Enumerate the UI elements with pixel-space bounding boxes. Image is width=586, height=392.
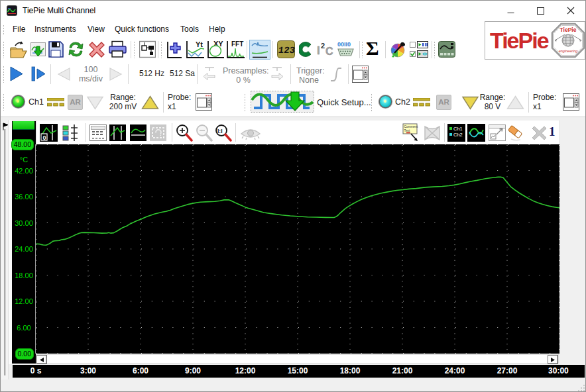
ch2-range-down-button[interactable] (461, 96, 479, 110)
time-axis[interactable]: 0 s3:006:009:0012:0015:0018:0021:0024:00… (13, 365, 585, 378)
visibility-eye-icon[interactable] (240, 126, 261, 140)
value-table-icon[interactable] (89, 124, 107, 141)
axis-offset-handle[interactable] (13, 121, 34, 130)
ch2-coupling-icon[interactable] (413, 98, 430, 107)
menu-item-instruments[interactable]: Instruments (34, 21, 76, 38)
zoom-reset-icon[interactable]: I:I (214, 124, 232, 142)
presamples-increase-button[interactable] (270, 66, 284, 83)
horizontal-marker-icon[interactable] (130, 124, 146, 141)
graph-panel: 48.00°C42.0036.0030.0024.0018.0012.006.0… (1, 117, 585, 391)
color-picker-icon[interactable] (390, 41, 406, 58)
quick-setup-label[interactable]: Quick Setup... (317, 97, 371, 107)
x-axis-tick-label: 3:00 (80, 366, 96, 375)
zoom-out-icon[interactable] (195, 124, 213, 142)
marker-gutter-groove (4, 129, 6, 375)
separator (85, 123, 86, 142)
ch2-led[interactable] (378, 94, 393, 109)
y-axis-tick-label: 12.00 (12, 297, 36, 305)
meter-123-icon[interactable]: 123 (277, 40, 295, 58)
timebase-value: 100 (74, 65, 108, 74)
menu-item-quick-functions[interactable]: Quick functions (115, 21, 169, 38)
ch2-range-up-button[interactable] (506, 95, 524, 110)
ch1-settings-button[interactable] (196, 93, 212, 111)
save-icon[interactable] (48, 40, 64, 58)
add-graph-icon[interactable] (166, 40, 182, 59)
presamples-decrease-button[interactable] (202, 66, 217, 83)
value-axis[interactable]: 48.00°C42.0036.0030.0024.0018.0012.006.0… (12, 121, 36, 364)
load-setting-icon[interactable] (30, 42, 46, 58)
close-button[interactable] (556, 1, 585, 21)
menu-item-help[interactable]: Help (209, 21, 225, 38)
ch1-label: Ch1 (29, 97, 44, 107)
graph-xy-icon[interactable]: XY (207, 40, 225, 59)
meter-icon-text: 123 (278, 45, 295, 56)
main-toolbar: Yt XY FFT 123 I (1, 38, 485, 61)
scroll-right-button[interactable] (548, 355, 558, 364)
serial-icon-text: 00II0 (337, 41, 351, 48)
marker-flag-icon[interactable] (2, 122, 9, 130)
minimize-button[interactable] (496, 1, 526, 21)
ch1-led[interactable] (11, 94, 26, 109)
ch1-range-up-button[interactable] (141, 95, 159, 110)
maximize-icon (537, 7, 544, 15)
envelope-icon[interactable] (424, 125, 441, 141)
legend-ch1-text: Ch1 (453, 126, 463, 132)
refresh-icon[interactable] (66, 40, 86, 58)
zoom-selection-icon[interactable] (150, 124, 166, 141)
object-tree-icon[interactable] (139, 40, 156, 58)
plot-area[interactable] (35, 144, 559, 354)
marker-gutter[interactable] (1, 120, 9, 379)
toolbar-gripper (3, 41, 5, 58)
i2c-icon[interactable]: I 2 C (317, 40, 335, 58)
legend-ch2-text: Ch2 (453, 132, 463, 138)
separator (385, 41, 386, 58)
graph-yt-icon[interactable]: Yt (186, 40, 205, 59)
export-window-icon[interactable] (489, 124, 506, 141)
menu-bar: FileInstrumentsViewQuick functionsToolsH… (1, 21, 485, 38)
sigma-icon[interactable]: Σ (366, 37, 379, 60)
legend-icon[interactable]: Ch1 Ch2 (447, 124, 465, 142)
ch2-autorange-button[interactable]: AR (436, 95, 451, 110)
delete-icon[interactable] (88, 40, 106, 58)
serial-protocol-icon[interactable]: 00II0 (337, 40, 355, 58)
zoom-reset-text: I:I (217, 128, 223, 134)
start-button[interactable] (9, 66, 24, 81)
zoom-in-icon[interactable] (175, 124, 193, 142)
trigger-value: None (296, 75, 322, 85)
toolbar-gripper (160, 41, 162, 58)
comment-icon[interactable]: Comment Text (402, 123, 422, 142)
ch1-range-down-button[interactable] (86, 96, 104, 110)
ch1-coupling-icon[interactable] (47, 98, 64, 107)
eraser-icon[interactable] (507, 124, 526, 141)
graph-thumbnail-icon[interactable] (467, 124, 485, 142)
oneshot-button[interactable] (31, 66, 46, 81)
vertical-markers-icon[interactable] (109, 124, 126, 141)
instrument-scope-icon[interactable] (438, 41, 455, 58)
graph-fft-icon[interactable]: FFT (226, 40, 245, 59)
ch2-settings-button[interactable] (563, 93, 579, 111)
scroll-left-button[interactable] (36, 355, 47, 364)
time-scrollbar[interactable] (36, 354, 559, 364)
maximize-button[interactable] (526, 1, 556, 21)
active-graph-button[interactable] (249, 40, 270, 60)
ch1-autorange-button[interactable]: AR (68, 95, 83, 110)
trigger-settings-button[interactable] (352, 66, 369, 83)
timebase-decrease-button[interactable] (57, 68, 71, 81)
menu-item-tools[interactable]: Tools (180, 21, 199, 38)
timebase-increase-button[interactable] (109, 68, 123, 81)
player-list-icon[interactable] (410, 41, 428, 58)
axis-zero-icon[interactable]: 0 (40, 124, 58, 142)
resize-grip[interactable] (578, 385, 585, 392)
separator (348, 64, 349, 84)
toolbar-gripper (434, 41, 436, 58)
minimize-icon (507, 7, 514, 15)
open-icon[interactable] (9, 41, 28, 58)
capacitance-icon[interactable] (299, 40, 312, 58)
fft-icon-text: FFT (231, 40, 243, 48)
close-page-icon[interactable] (530, 124, 548, 141)
quick-setup-icon[interactable] (251, 91, 314, 113)
print-icon[interactable] (108, 40, 127, 58)
menu-item-view[interactable]: View (88, 21, 105, 38)
channel-offsets-icon[interactable] (62, 124, 80, 142)
menu-item-file[interactable]: File (13, 21, 25, 38)
